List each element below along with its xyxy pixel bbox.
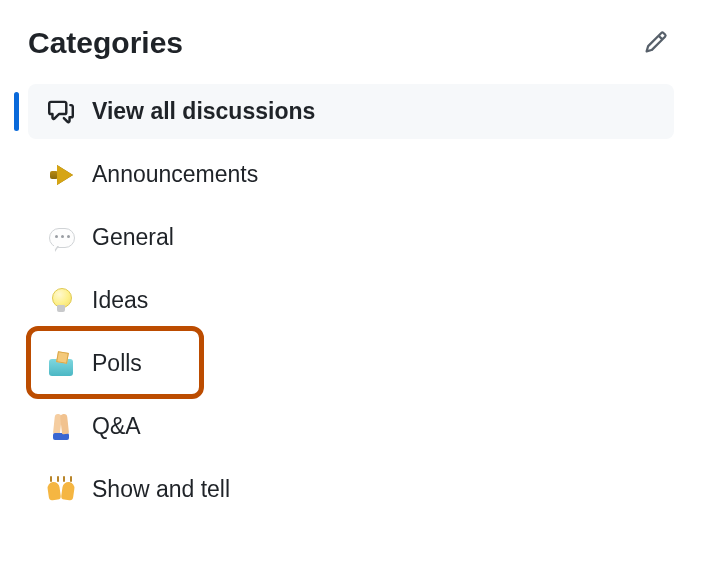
categories-header: Categories (28, 24, 674, 60)
categories-panel: Categories View all discussions Announce… (0, 0, 702, 549)
category-label: General (92, 224, 174, 251)
pray-hands-icon (46, 412, 76, 442)
category-label: Q&A (92, 413, 141, 440)
category-item-qa[interactable]: Q&A (28, 399, 674, 454)
category-label: Ideas (92, 287, 148, 314)
category-item-announcements[interactable]: Announcements (28, 147, 674, 202)
megaphone-icon (46, 160, 76, 190)
categories-list: View all discussions Announcements Gener… (28, 84, 674, 517)
edit-categories-button[interactable] (638, 24, 674, 60)
raised-hands-icon (46, 475, 76, 505)
category-item-polls[interactable]: Polls (28, 336, 674, 391)
category-item-general[interactable]: General (28, 210, 674, 265)
category-label: Polls (92, 350, 142, 377)
category-item-view-all[interactable]: View all discussions (28, 84, 674, 139)
pencil-icon (644, 30, 668, 54)
categories-title: Categories (28, 26, 183, 59)
category-label: Announcements (92, 161, 258, 188)
discussion-icon (46, 97, 76, 127)
category-item-ideas[interactable]: Ideas (28, 273, 674, 328)
category-item-show-and-tell[interactable]: Show and tell (28, 462, 674, 517)
category-label: View all discussions (92, 98, 315, 125)
lightbulb-icon (46, 286, 76, 316)
speech-bubble-icon (46, 223, 76, 253)
ballot-box-icon (46, 349, 76, 379)
category-label: Show and tell (92, 476, 230, 503)
